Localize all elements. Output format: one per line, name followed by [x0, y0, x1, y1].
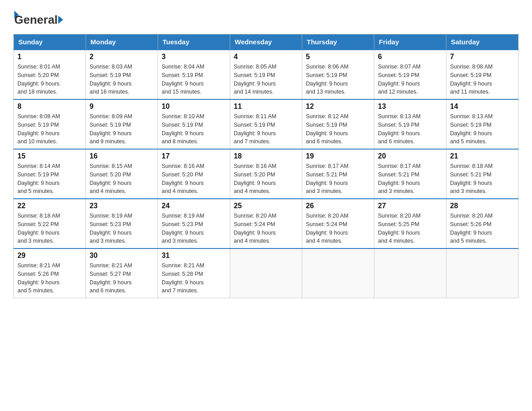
weekday-header-thursday: Thursday: [302, 34, 374, 50]
day-number: 17: [162, 152, 226, 160]
calendar-cell: 4Sunrise: 8:05 AMSunset: 5:19 PMDaylight…: [230, 50, 302, 99]
day-number: 16: [90, 152, 154, 160]
day-info: Sunrise: 8:14 AMSunset: 5:19 PMDaylight:…: [17, 162, 82, 196]
day-number: 2: [90, 53, 154, 61]
day-number: 9: [90, 103, 154, 111]
calendar-cell: 30Sunrise: 8:21 AMSunset: 5:27 PMDayligh…: [86, 248, 158, 298]
day-number: 10: [162, 103, 226, 111]
weekday-header-tuesday: Tuesday: [158, 34, 230, 50]
calendar-header-row: SundayMondayTuesdayWednesdayThursdayFrid…: [14, 34, 519, 50]
day-number: 28: [450, 202, 515, 210]
calendar-cell: 16Sunrise: 8:15 AMSunset: 5:20 PMDayligh…: [86, 149, 158, 199]
calendar-cell: 15Sunrise: 8:14 AMSunset: 5:19 PMDayligh…: [14, 149, 86, 199]
calendar-cell: 12Sunrise: 8:12 AMSunset: 5:19 PMDayligh…: [302, 99, 374, 149]
day-info: Sunrise: 8:04 AMSunset: 5:19 PMDaylight:…: [162, 63, 226, 96]
day-number: 26: [306, 202, 370, 210]
weekday-header-saturday: Saturday: [446, 34, 519, 50]
day-info: Sunrise: 8:13 AMSunset: 5:19 PMDaylight:…: [378, 112, 442, 146]
day-info: Sunrise: 8:19 AMSunset: 5:23 PMDaylight:…: [90, 212, 154, 245]
calendar-cell: 7Sunrise: 8:08 AMSunset: 5:19 PMDaylight…: [446, 50, 519, 99]
day-number: 23: [90, 202, 154, 210]
day-info: Sunrise: 8:01 AMSunset: 5:20 PMDaylight:…: [17, 63, 82, 96]
calendar-cell: 3Sunrise: 8:04 AMSunset: 5:19 PMDaylight…: [158, 50, 230, 99]
calendar-cell: 21Sunrise: 8:18 AMSunset: 5:21 PMDayligh…: [446, 149, 519, 199]
day-info: Sunrise: 8:17 AMSunset: 5:21 PMDaylight:…: [378, 162, 442, 196]
day-number: 5: [306, 53, 370, 61]
calendar-cell: 23Sunrise: 8:19 AMSunset: 5:23 PMDayligh…: [86, 199, 158, 248]
day-number: 4: [234, 53, 298, 61]
day-info: Sunrise: 8:03 AMSunset: 5:19 PMDaylight:…: [90, 63, 154, 96]
day-number: 24: [162, 202, 226, 210]
calendar-cell: 22Sunrise: 8:18 AMSunset: 5:22 PMDayligh…: [14, 199, 86, 248]
weekday-header-friday: Friday: [374, 34, 446, 50]
day-info: Sunrise: 8:20 AMSunset: 5:24 PMDaylight:…: [306, 212, 370, 245]
weekday-header-sunday: Sunday: [14, 34, 86, 50]
calendar-cell: 6Sunrise: 8:07 AMSunset: 5:19 PMDaylight…: [374, 50, 446, 99]
calendar-cell: [230, 248, 302, 298]
weekday-header-monday: Monday: [86, 34, 158, 50]
weekday-header-wednesday: Wednesday: [230, 34, 302, 50]
day-info: Sunrise: 8:21 AMSunset: 5:28 PMDaylight:…: [162, 261, 226, 295]
calendar-cell: 31Sunrise: 8:21 AMSunset: 5:28 PMDayligh…: [158, 248, 230, 298]
day-info: Sunrise: 8:15 AMSunset: 5:20 PMDaylight:…: [90, 162, 154, 196]
day-number: 12: [306, 103, 370, 111]
calendar-cell: 24Sunrise: 8:19 AMSunset: 5:23 PMDayligh…: [158, 199, 230, 248]
calendar-table: SundayMondayTuesdayWednesdayThursdayFrid…: [13, 34, 519, 298]
day-number: 21: [450, 152, 515, 160]
week-row-5: 29Sunrise: 8:21 AMSunset: 5:26 PMDayligh…: [14, 248, 519, 298]
logo: General: [13, 9, 63, 25]
calendar-cell: 13Sunrise: 8:13 AMSunset: 5:19 PMDayligh…: [374, 99, 446, 149]
day-info: Sunrise: 8:20 AMSunset: 5:25 PMDaylight:…: [378, 212, 442, 245]
day-info: Sunrise: 8:19 AMSunset: 5:23 PMDaylight:…: [162, 212, 226, 245]
day-number: 20: [378, 152, 442, 160]
day-info: Sunrise: 8:20 AMSunset: 5:24 PMDaylight:…: [234, 212, 298, 245]
calendar-cell: 27Sunrise: 8:20 AMSunset: 5:25 PMDayligh…: [374, 199, 446, 248]
day-number: 18: [234, 152, 298, 160]
calendar-cell: 8Sunrise: 8:08 AMSunset: 5:19 PMDaylight…: [14, 99, 86, 149]
calendar-cell: 29Sunrise: 8:21 AMSunset: 5:26 PMDayligh…: [14, 248, 86, 298]
calendar-cell: 10Sunrise: 8:10 AMSunset: 5:19 PMDayligh…: [158, 99, 230, 149]
calendar-cell: 11Sunrise: 8:11 AMSunset: 5:19 PMDayligh…: [230, 99, 302, 149]
day-info: Sunrise: 8:21 AMSunset: 5:26 PMDaylight:…: [17, 261, 82, 295]
day-number: 29: [17, 252, 82, 260]
day-info: Sunrise: 8:10 AMSunset: 5:19 PMDaylight:…: [162, 112, 226, 146]
calendar-cell: 25Sunrise: 8:20 AMSunset: 5:24 PMDayligh…: [230, 199, 302, 248]
week-row-1: 1Sunrise: 8:01 AMSunset: 5:20 PMDaylight…: [14, 50, 519, 99]
calendar-cell: 26Sunrise: 8:20 AMSunset: 5:24 PMDayligh…: [302, 199, 374, 248]
week-row-4: 22Sunrise: 8:18 AMSunset: 5:22 PMDayligh…: [14, 199, 519, 248]
day-info: Sunrise: 8:09 AMSunset: 5:19 PMDaylight:…: [90, 112, 154, 146]
week-row-2: 8Sunrise: 8:08 AMSunset: 5:19 PMDaylight…: [14, 99, 519, 149]
calendar-cell: 2Sunrise: 8:03 AMSunset: 5:19 PMDaylight…: [86, 50, 158, 99]
day-info: Sunrise: 8:07 AMSunset: 5:19 PMDaylight:…: [378, 63, 442, 96]
day-number: 8: [17, 103, 82, 111]
day-info: Sunrise: 8:12 AMSunset: 5:19 PMDaylight:…: [306, 112, 370, 146]
calendar-cell: 14Sunrise: 8:13 AMSunset: 5:19 PMDayligh…: [446, 99, 519, 149]
calendar-cell: 1Sunrise: 8:01 AMSunset: 5:20 PMDaylight…: [14, 50, 86, 99]
day-info: Sunrise: 8:18 AMSunset: 5:21 PMDaylight:…: [450, 162, 515, 196]
logo-arrow-icon: [58, 16, 63, 24]
calendar-cell: 5Sunrise: 8:06 AMSunset: 5:19 PMDaylight…: [302, 50, 374, 99]
calendar-cell: 9Sunrise: 8:09 AMSunset: 5:19 PMDaylight…: [86, 99, 158, 149]
day-number: 11: [234, 103, 298, 111]
day-info: Sunrise: 8:05 AMSunset: 5:19 PMDaylight:…: [234, 63, 298, 96]
day-number: 1: [17, 53, 82, 61]
day-number: 15: [17, 152, 82, 160]
day-info: Sunrise: 8:17 AMSunset: 5:21 PMDaylight:…: [306, 162, 370, 196]
day-number: 3: [162, 53, 226, 61]
calendar-cell: [374, 248, 446, 298]
day-number: 31: [162, 252, 226, 260]
day-info: Sunrise: 8:21 AMSunset: 5:27 PMDaylight:…: [90, 261, 154, 295]
logo-general-text2: General: [14, 13, 58, 27]
day-number: 19: [306, 152, 370, 160]
day-number: 27: [378, 202, 442, 210]
day-number: 14: [450, 103, 515, 111]
day-number: 25: [234, 202, 298, 210]
day-info: Sunrise: 8:13 AMSunset: 5:19 PMDaylight:…: [450, 112, 515, 146]
calendar-cell: 28Sunrise: 8:20 AMSunset: 5:26 PMDayligh…: [446, 199, 519, 248]
day-info: Sunrise: 8:11 AMSunset: 5:19 PMDaylight:…: [234, 112, 298, 146]
day-info: Sunrise: 8:18 AMSunset: 5:22 PMDaylight:…: [17, 212, 82, 245]
calendar-cell: [446, 248, 519, 298]
day-number: 13: [378, 103, 442, 111]
day-number: 22: [17, 202, 82, 210]
page-header: General: [13, 9, 519, 25]
